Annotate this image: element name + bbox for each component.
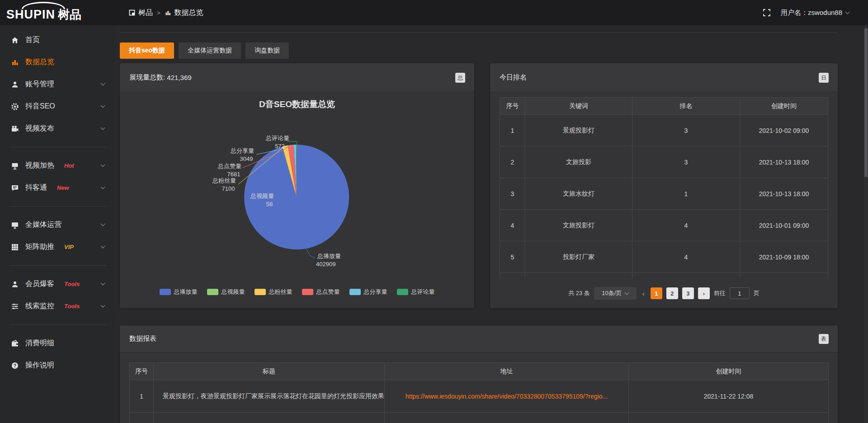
username-label: 用户名：zswodun88 xyxy=(781,9,842,17)
table-row: 3文旅水纹灯12021-10-13 18:00 xyxy=(500,178,828,210)
table-row: 1 景观投影灯，夜游景观投影灯厂家展示展示落花灯在花园里的灯光投影应用效果 # … xyxy=(130,380,829,413)
chevron-down-icon xyxy=(101,244,105,249)
total-count: 共 23 条 xyxy=(568,289,590,297)
wallet-icon xyxy=(11,339,19,348)
sidebar-item-matrix-boost[interactable]: 矩阵助推 VIP xyxy=(0,236,115,258)
table-row-clipped xyxy=(130,413,829,423)
user-menu[interactable]: 用户名：zswodun88 xyxy=(781,9,849,17)
tab-all-media-data[interactable]: 全媒体运营数据 xyxy=(179,42,241,59)
chevron-down-icon xyxy=(101,126,105,130)
legend-item-comments[interactable]: 总评论量 xyxy=(397,288,435,296)
pie-label-videos: 总视频量 xyxy=(250,193,274,199)
sidebar-item-douyin-seo[interactable]: 抖音SEO xyxy=(0,95,115,118)
goto-suffix: 页 xyxy=(754,289,760,297)
legend-item-likes[interactable]: 总点赞量 xyxy=(302,288,340,296)
legend-item-videos[interactable]: 总视频量 xyxy=(207,288,245,296)
table-row: 5投影灯厂家42021-10-09 18:00 xyxy=(500,241,828,273)
top-bar: SHUPIN 树品 树品 > 数据总览 用户名：zswodun xyxy=(0,0,868,25)
gear-icon xyxy=(11,103,19,111)
page-button-2[interactable]: 2 xyxy=(666,287,678,299)
card-header: 今日排名 日 xyxy=(490,63,838,92)
report-card-title: 数据报表 xyxy=(129,325,156,352)
chevron-down-icon xyxy=(101,103,105,108)
logo-arc xyxy=(22,2,65,9)
legend-swatch xyxy=(302,289,313,295)
sidebar-item-data-overview[interactable]: 数据总览 xyxy=(0,51,115,73)
sidebar-item-video-publish[interactable]: 视频发布 xyxy=(0,118,115,140)
pie-value-comments: 572 xyxy=(275,143,285,150)
chevron-down-icon xyxy=(101,163,105,167)
sidebar-item-account[interactable]: 账号管理 xyxy=(0,73,115,95)
logo-text-en: SHUPIN xyxy=(6,8,55,22)
sidebar-item-video-heat[interactable]: 视频加热 Hot xyxy=(0,155,115,177)
breadcrumb-app[interactable]: 树品 xyxy=(129,8,153,18)
sidebar-item-help[interactable]: ? 操作说明 xyxy=(0,354,115,376)
col-url: 地址 xyxy=(385,363,629,380)
pie-chart: D音SEO数据量总览 总评论量 572 总分享量 3049 总点赞量 7681 … xyxy=(120,93,474,308)
video-link[interactable]: https://www.iesdouyin.com/share/video/70… xyxy=(385,380,629,413)
chevron-down-icon xyxy=(845,9,850,14)
col-title: 标题 xyxy=(154,363,385,380)
rank-table: 序号 关键词 排名 创建时间 1景观投影灯32021-10-02 09:00 2… xyxy=(500,97,828,279)
goto-page-input[interactable] xyxy=(730,287,750,299)
data-tabs: 抖音seo数据 全媒体运营数据 询盘数据 xyxy=(120,42,289,59)
user-icon xyxy=(11,80,19,89)
col-no: 序号 xyxy=(130,363,154,380)
question-icon: ? xyxy=(11,362,19,370)
table-badge-button[interactable]: 表 xyxy=(819,334,829,344)
total-badge-button[interactable]: 总 xyxy=(455,73,465,83)
page-size-select[interactable]: 10条/页 xyxy=(594,287,637,300)
pie-label-plays: 总播放量 xyxy=(317,253,341,259)
pie-value-shares: 3049 xyxy=(240,155,253,162)
sidebar-divider xyxy=(9,324,106,325)
legend-swatch xyxy=(255,289,266,295)
report-table-wrap: 序号 标题 地址 创建时间 1 景观投影灯，夜游景观投影灯厂家展示展示落花灯在花… xyxy=(129,362,829,423)
header-divider xyxy=(120,33,838,33)
tools-badge: Tools xyxy=(64,281,80,287)
leader-plays xyxy=(306,249,315,258)
chart-legend: 总播放量 总视频量 总粉丝量 总点赞量 总分享量 总评论量 xyxy=(120,288,474,296)
chevron-down-icon xyxy=(101,281,105,286)
table-header-row: 序号 关键词 排名 创建时间 xyxy=(500,98,828,115)
sidebar-item-spend-detail[interactable]: 消费明细 xyxy=(0,332,115,354)
vip-badge: VIP xyxy=(64,244,74,250)
page-button-3[interactable]: 3 xyxy=(682,287,694,299)
legend-item-plays[interactable]: 总播放量 xyxy=(160,288,198,296)
scrollbar-thumb[interactable] xyxy=(864,28,868,177)
sidebar-divider xyxy=(9,147,106,147)
video-camera-icon xyxy=(11,125,19,133)
hot-badge: Hot xyxy=(64,162,74,169)
screen-icon xyxy=(11,162,19,170)
fullscreen-icon[interactable] xyxy=(763,9,771,17)
col-created: 创建时间 xyxy=(740,98,828,115)
today-rank-card: 今日排名 日 序号 关键词 排名 创建时间 1景观投影灯32021-10-02 … xyxy=(490,63,838,308)
legend-item-shares[interactable]: 总分享量 xyxy=(349,288,387,296)
sidebar-item-all-media[interactable]: 全媒体运营 xyxy=(0,214,115,236)
day-badge-button[interactable]: 日 xyxy=(819,73,829,83)
impressions-total-value: 421,369 xyxy=(167,74,191,81)
sidebar-item-member-burst[interactable]: 会员爆客 Tools xyxy=(0,273,115,295)
prev-page-button[interactable]: ‹ xyxy=(641,290,646,297)
sidebar-item-home[interactable]: 首页 xyxy=(0,29,115,51)
sidebar: 首页 数据总览 账号管理 抖音SEO 视频发布 视频加热 Hot 抖客通 New… xyxy=(0,25,115,423)
legend-item-fans[interactable]: 总粉丝量 xyxy=(255,288,292,296)
tab-douyin-seo-data[interactable]: 抖音seo数据 xyxy=(120,42,174,59)
scrollbar-track[interactable] xyxy=(864,25,868,423)
sidebar-item-lead-monitor[interactable]: 线索监控 Tools xyxy=(0,295,115,317)
next-page-button[interactable]: › xyxy=(698,287,710,299)
home-icon xyxy=(11,36,19,44)
new-badge: New xyxy=(57,184,69,191)
sidebar-divider xyxy=(9,265,106,266)
legend-swatch xyxy=(160,289,171,295)
breadcrumb-page[interactable]: 数据总览 xyxy=(165,8,203,18)
legend-swatch xyxy=(207,289,218,295)
rank-table-wrap: 序号 关键词 排名 创建时间 1景观投影灯32021-10-02 09:00 2… xyxy=(500,97,828,279)
tab-inquiry-data[interactable]: 询盘数据 xyxy=(245,42,289,59)
person-icon xyxy=(11,280,19,288)
pagination: 共 23 条 10条/页 ‹ 1 2 3 › 前往 页 xyxy=(490,287,838,300)
app-logo: SHUPIN 树品 xyxy=(6,0,115,25)
video-title: 景观投影灯，夜游景观投影灯厂家展示展示落花灯在花园里的灯光投影应用效果 # xyxy=(154,380,385,413)
sidebar-item-doukeotong[interactable]: 抖客通 New xyxy=(0,177,115,199)
page-button-1[interactable]: 1 xyxy=(651,287,662,299)
card-header: 数据报表 表 xyxy=(120,325,838,352)
